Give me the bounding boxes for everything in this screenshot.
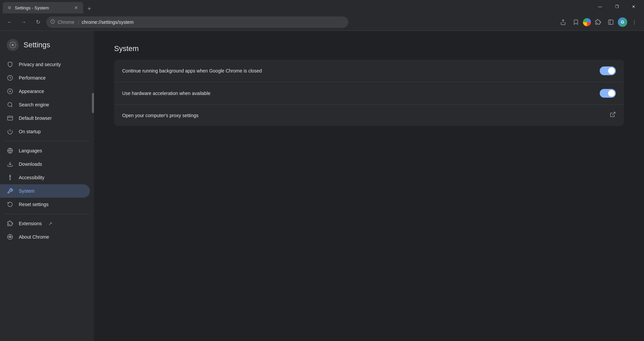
svg-point-7 [12, 44, 14, 46]
sidebar-button[interactable] [605, 16, 616, 28]
profile-avatar[interactable]: G [618, 17, 627, 27]
sidebar-item-label-appearance: Appearance [19, 89, 44, 94]
nav-right: G [557, 16, 640, 28]
back-button[interactable]: ← [4, 16, 15, 28]
sidebar-item-label-performance: Performance [19, 75, 46, 81]
svg-text:ℹ: ℹ [52, 20, 53, 22]
close-button[interactable]: ✕ [626, 1, 641, 12]
reset-icon [7, 201, 13, 208]
sidebar-item-about[interactable]: About Chrome [0, 230, 90, 244]
browser-icon [7, 115, 13, 121]
svg-point-6 [634, 23, 635, 24]
page-title: System [114, 44, 624, 53]
sidebar-scrollbar[interactable] [92, 31, 94, 341]
chrome-icon [7, 234, 13, 240]
sidebar-item-default-browser[interactable]: Default browser [0, 111, 90, 125]
sidebar-item-label-system: System [19, 188, 35, 194]
address-text: Chrome | chrome://settings/system [58, 19, 134, 25]
sidebar-item-label-extensions: Extensions [19, 221, 42, 226]
maximize-button[interactable]: ❐ [609, 1, 625, 12]
sidebar-item-label-about: About Chrome [19, 234, 49, 240]
background-apps-label: Continue running background apps when Go… [122, 68, 600, 74]
nav-divider-1 [4, 141, 90, 141]
sidebar-item-label-startup: On startup [19, 129, 41, 134]
tab-close-button[interactable]: ✕ [73, 5, 79, 11]
sidebar-item-accessibility[interactable]: Accessibility [0, 171, 90, 184]
sidebar-item-label-reset: Reset settings [19, 202, 49, 207]
puzzle-icon [7, 220, 13, 227]
background-apps-toggle[interactable] [600, 66, 616, 75]
proxy-external-link-icon [610, 111, 616, 119]
content-area: Settings Privacy and security Performanc… [0, 31, 644, 341]
accessibility-icon [7, 174, 13, 181]
sidebar-item-reset[interactable]: Reset settings [0, 198, 90, 211]
sidebar-item-privacy[interactable]: Privacy and security [0, 58, 90, 71]
sidebar-item-label-default-browser: Default browser [19, 115, 52, 121]
power-icon [7, 128, 13, 135]
sidebar-item-downloads[interactable]: Downloads [0, 157, 90, 171]
sidebar-scrollbar-thumb [92, 93, 94, 113]
sidebar-item-appearance[interactable]: Appearance [0, 85, 90, 98]
svg-point-5 [634, 21, 635, 22]
system-settings-card: Continue running background apps when Go… [114, 60, 624, 126]
new-tab-button[interactable]: + [85, 4, 94, 13]
background-apps-slider [600, 66, 616, 75]
menu-button[interactable] [629, 16, 640, 28]
proxy-settings-label: Open your computer's proxy settings [122, 113, 610, 118]
title-bar: ⚙ Settings - System ✕ + — ❐ ✕ [0, 0, 644, 13]
svg-point-14 [10, 175, 11, 176]
main-content: System Continue running background apps … [94, 31, 644, 341]
window-controls: — ❐ ✕ [592, 1, 641, 12]
wrench-icon [7, 188, 13, 194]
sidebar-item-on-startup[interactable]: On startup [0, 125, 90, 138]
minimize-button[interactable]: — [592, 1, 608, 12]
sidebar-item-extensions[interactable]: Extensions ↗ [0, 217, 90, 230]
hardware-acceleration-row: Use hardware acceleration when available [114, 82, 624, 105]
settings-header: Settings [0, 36, 94, 58]
settings-title: Settings [23, 41, 50, 49]
tab-bar: ⚙ Settings - System ✕ + [3, 0, 94, 13]
shield-icon [7, 61, 13, 68]
external-link-icon-extensions: ↗ [48, 221, 52, 226]
svg-point-4 [634, 20, 635, 20]
hardware-acceleration-label: Use hardware acceleration when available [122, 91, 600, 96]
hardware-acceleration-toggle[interactable] [600, 89, 616, 98]
globe-icon [7, 147, 13, 154]
sidebar-item-label-accessibility: Accessibility [19, 175, 44, 180]
hardware-acceleration-slider [600, 89, 616, 98]
nav-bar: ← → ↻ ℹ Chrome | chrome://settings/syste… [0, 13, 644, 31]
forward-button[interactable]: → [18, 16, 30, 28]
svg-rect-10 [8, 116, 13, 120]
palette-icon [7, 88, 13, 95]
proxy-settings-row[interactable]: Open your computer's proxy settings [114, 105, 624, 126]
sidebar-item-label-search: Search engine [19, 102, 49, 107]
settings-logo [7, 39, 19, 51]
background-apps-row: Continue running background apps when Go… [114, 60, 624, 82]
sidebar: Settings Privacy and security Performanc… [0, 31, 94, 341]
sidebar-item-label-privacy: Privacy and security [19, 62, 61, 67]
reload-button[interactable]: ↻ [32, 16, 44, 28]
active-tab[interactable]: ⚙ Settings - System ✕ [3, 2, 83, 13]
extensions-button[interactable] [592, 16, 604, 28]
nav-divider-2 [4, 214, 90, 214]
sidebar-item-performance[interactable]: Performance [0, 71, 90, 85]
sidebar-item-label-languages: Languages [19, 148, 42, 153]
tab-title: Settings - System [15, 5, 70, 10]
sidebar-item-label-downloads: Downloads [19, 161, 42, 167]
bookmark-button[interactable] [570, 16, 582, 28]
address-security-icon: ℹ [50, 19, 55, 25]
google-lens-icon[interactable] [583, 18, 591, 26]
svg-rect-2 [608, 20, 613, 25]
sidebar-item-search-engine[interactable]: Search engine [0, 98, 90, 111]
download-icon [7, 161, 13, 167]
svg-point-15 [9, 236, 11, 238]
browser-frame: ⚙ Settings - System ✕ + — ❐ ✕ ← → ↻ ℹ Ch… [0, 0, 644, 341]
search-icon [7, 101, 13, 108]
tab-favicon: ⚙ [7, 5, 12, 10]
svg-point-9 [8, 102, 12, 106]
share-button[interactable] [557, 16, 569, 28]
address-bar[interactable]: ℹ Chrome | chrome://settings/system [46, 16, 348, 28]
sidebar-item-languages[interactable]: Languages [0, 144, 90, 157]
gauge-icon [7, 75, 13, 81]
sidebar-item-system[interactable]: System [0, 184, 90, 198]
